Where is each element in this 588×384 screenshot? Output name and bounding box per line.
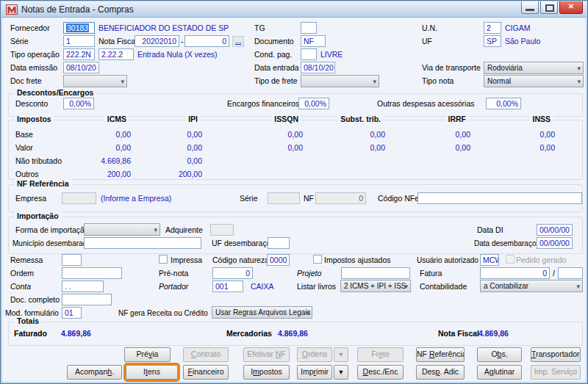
- empresa-hint-text: (Informe a Empresa): [101, 194, 171, 203]
- impostos-column-header: ICMS: [104, 115, 129, 124]
- faturado-label: Faturado: [14, 329, 47, 338]
- impostos-cell: 0,00: [233, 130, 303, 140]
- doc-completo-field[interactable]: [62, 294, 112, 305]
- minimize-button[interactable]: [521, 1, 539, 14]
- ordens-button: Ordens: [297, 347, 332, 362]
- empresa-field: [62, 192, 96, 204]
- window-title: Notas de Entrada - Compras: [21, 4, 134, 15]
- desconto-field[interactable]: 0,00%: [63, 98, 94, 109]
- chevron-down-icon: ▾: [577, 77, 581, 86]
- data-entrada-label: Data entrada: [254, 63, 299, 73]
- conta-field[interactable]: . .: [62, 280, 104, 292]
- impostos-column-header: IPI: [185, 115, 201, 124]
- impostos-cell: 0,00: [485, 143, 555, 153]
- codigo-natureza-field[interactable]: 0000: [267, 254, 290, 266]
- itens-button[interactable]: Itens: [126, 365, 178, 380]
- impostos-ajustados-checkbox[interactable]: [313, 255, 322, 264]
- tipo-operacao-cfop-field[interactable]: 2.22.2: [98, 48, 134, 60]
- cond-pag-label: Cond. pag.: [254, 50, 292, 59]
- maximize-button[interactable]: [540, 1, 558, 14]
- obs-button[interactable]: Obs.: [477, 347, 522, 362]
- nota-fiscal-separator: -: [181, 37, 184, 46]
- close-button[interactable]: ✕: [559, 1, 583, 14]
- data-emissao-field[interactable]: 08/10/20: [63, 62, 99, 73]
- impostos-cell: 0,00: [315, 143, 385, 153]
- pre-nota-field[interactable]: 0: [212, 267, 253, 279]
- data-entrada-field[interactable]: 08/10/20: [301, 62, 335, 73]
- doc-frete-dropdown[interactable]: ▾: [63, 75, 127, 87]
- fornecedor-label: Fornecedor: [10, 23, 50, 33]
- tipo-frete-dropdown[interactable]: ▾: [301, 75, 379, 87]
- impostos-column-header: IRRF: [445, 115, 470, 124]
- impostos-button[interactable]: Impostos: [243, 365, 290, 380]
- chevron-down-icon: ▾: [577, 64, 581, 73]
- encargos-field[interactable]: 0,00%: [298, 98, 329, 109]
- municipio-desembaraco-field[interactable]: [84, 237, 201, 249]
- nota-fiscal-more-button[interactable]: ...: [232, 36, 244, 47]
- impostos-cell: 200,00: [132, 170, 202, 179]
- impressa-checkbox[interactable]: [159, 255, 168, 264]
- impostos-row-label: Outros: [15, 170, 39, 179]
- maximize-icon: [545, 4, 554, 12]
- documento-field[interactable]: NF: [301, 35, 326, 47]
- un-field[interactable]: 2: [484, 22, 501, 34]
- fatura-field[interactable]: 0: [480, 267, 550, 279]
- contabilidade-value: a Contabilizar: [484, 282, 528, 290]
- descontos-title: Descontos/Encargos: [14, 88, 96, 98]
- fornecedor-code-value: 30183: [66, 23, 89, 32]
- nf-gera-dropdown[interactable]: Usar Regras Arquivos Legais▾: [212, 306, 312, 319]
- aglutinar-button[interactable]: Aglutinar: [477, 365, 522, 380]
- listar-livros-dropdown[interactable]: 2 ICMS + IPI + ISS▾: [340, 280, 411, 292]
- outras-despesas-field[interactable]: 0,00%: [486, 98, 521, 109]
- remessa-field[interactable]: [62, 254, 82, 266]
- tipo-nota-dropdown[interactable]: Normal▾: [484, 75, 584, 87]
- data-desembaraco-label: Data desembaraço: [474, 239, 537, 248]
- contabilidade-label: Contabilidade: [420, 282, 467, 291]
- chevron-down-icon: ▾: [339, 367, 343, 376]
- projeto-field[interactable]: [341, 267, 410, 279]
- desc-enc-button[interactable]: Desc./Enc: [357, 365, 404, 380]
- desp-adic-button[interactable]: Desp. Adic: [416, 365, 465, 380]
- mod-formulario-field[interactable]: 01: [62, 307, 82, 319]
- contabilidade-dropdown[interactable]: a Contabilizar▾: [480, 280, 583, 292]
- tipo-operacao-code-field[interactable]: 222.2N: [63, 48, 95, 60]
- nota-fiscal-number-field[interactable]: 20202010: [135, 35, 179, 47]
- acompanh-button[interactable]: Acompanh.: [67, 365, 122, 380]
- impostos-row-label: Base: [15, 130, 33, 140]
- data-desembaraco-field[interactable]: 00/00/00: [537, 237, 573, 249]
- cond-pag-field[interactable]: [301, 48, 317, 60]
- data-di-field[interactable]: 00/00/00: [537, 224, 573, 236]
- imprimir-button[interactable]: Imprimir: [297, 365, 332, 380]
- ordens-dropdown-arrow: ▾: [334, 347, 348, 362]
- nota-fiscal-suffix-field[interactable]: 0: [184, 35, 229, 47]
- uf-field[interactable]: SP: [484, 35, 501, 47]
- transportadora-button[interactable]: Transportadora: [531, 347, 581, 362]
- nf-referencia-button[interactable]: NF Referência: [416, 347, 465, 362]
- usuario-autorizado-field[interactable]: MCW: [480, 254, 499, 266]
- previa-button[interactable]: Prévia: [124, 347, 171, 362]
- impostos-cell: 0,00: [132, 130, 202, 140]
- fornecedor-code-field[interactable]: 30183: [63, 22, 95, 34]
- financeiro-button[interactable]: Financeiro: [183, 365, 229, 380]
- codigo-nfe-field[interactable]: [417, 192, 582, 204]
- close-icon: ✕: [560, 2, 582, 10]
- uf-desembaraco-field[interactable]: [268, 237, 290, 249]
- serie-label: Série: [10, 37, 29, 46]
- nfref-serie-label: Série: [240, 194, 258, 203]
- nf-gera-label: NF gera Receita ou Crédito: [118, 308, 208, 318]
- serie-field[interactable]: 1: [63, 35, 95, 47]
- portador-desc-text: CAIXA: [251, 282, 274, 291]
- forma-importacao-dropdown[interactable]: ▾: [84, 223, 160, 236]
- imprimir-dropdown-arrow[interactable]: ▾: [334, 365, 348, 380]
- via-transporte-label: Via de transporte: [422, 63, 481, 73]
- via-transporte-dropdown[interactable]: Rodoviária▾: [484, 62, 584, 74]
- ordem-field[interactable]: [62, 267, 122, 279]
- uf-label: UF: [422, 37, 432, 46]
- portador-field[interactable]: 001: [212, 280, 243, 292]
- app-icon: [6, 4, 18, 15]
- nota-fiscal-total-value: 4.869,86: [478, 329, 509, 338]
- fatura-parcela-field[interactable]: [558, 267, 583, 279]
- minimize-icon: [526, 9, 534, 11]
- tipo-nota-value: Normal: [487, 77, 511, 85]
- tg-field[interactable]: [301, 22, 317, 34]
